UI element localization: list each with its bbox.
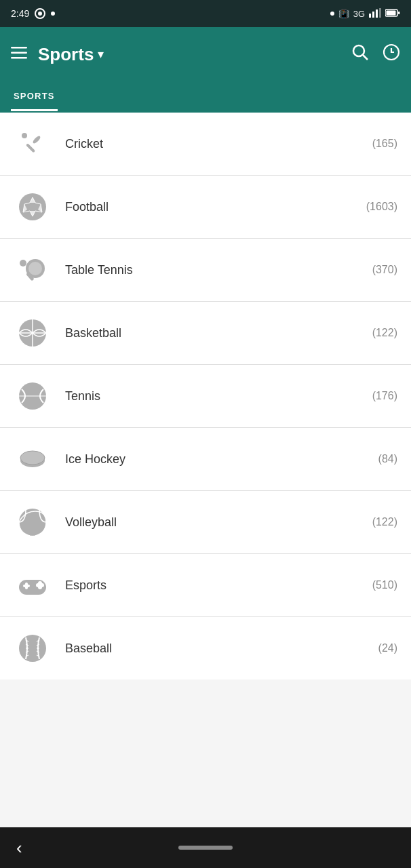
- ice-hockey-icon: [14, 440, 52, 478]
- svg-rect-0: [369, 14, 371, 18]
- history-icon[interactable]: [383, 43, 400, 65]
- tennis-icon: [14, 377, 52, 415]
- list-item[interactable]: Volleyball (122): [0, 491, 411, 554]
- sport-count: (84): [378, 453, 397, 465]
- svg-rect-6: [398, 12, 400, 14]
- list-item[interactable]: Esports (510): [0, 554, 411, 617]
- sport-name: Esports: [65, 578, 372, 593]
- record-icon: [35, 8, 45, 19]
- table-tennis-icon: [14, 251, 52, 289]
- svg-rect-1: [372, 12, 374, 18]
- sport-count: (122): [372, 327, 397, 339]
- sport-name: Cricket: [65, 137, 372, 151]
- bottom-nav-bar: ‹: [0, 827, 411, 868]
- back-button[interactable]: ‹: [16, 837, 22, 859]
- volleyball-icon: [14, 503, 52, 541]
- svg-point-32: [28, 262, 42, 275]
- battery-icon: [385, 9, 400, 19]
- sport-count: (165): [372, 138, 397, 150]
- svg-rect-14: [26, 143, 35, 153]
- svg-rect-5: [387, 10, 396, 15]
- list-item[interactable]: Table Tennis (370): [0, 239, 411, 302]
- list-item[interactable]: Baseball (24): [0, 617, 411, 679]
- svg-point-13: [32, 135, 41, 144]
- football-icon: [14, 188, 52, 226]
- sport-name: Tennis: [65, 389, 372, 403]
- sport-count: (24): [378, 642, 397, 654]
- status-bar: 2:49 📳 3G: [0, 0, 411, 27]
- network-dot: [330, 12, 334, 16]
- svg-rect-9: [11, 57, 27, 59]
- list-item[interactable]: Basketball (122): [0, 302, 411, 365]
- svg-rect-8: [11, 52, 27, 54]
- svg-point-15: [22, 133, 27, 138]
- sport-name: Volleyball: [65, 515, 372, 530]
- network-label: 3G: [353, 9, 365, 19]
- sport-count: (1603): [366, 201, 397, 213]
- title-dropdown[interactable]: Sports ▾: [38, 44, 104, 65]
- svg-point-50: [38, 585, 42, 589]
- svg-rect-46: [25, 583, 28, 589]
- sport-count: (370): [372, 264, 397, 276]
- svg-rect-7: [11, 47, 27, 49]
- tab-bar: SPORTS: [0, 81, 411, 113]
- hamburger-menu-icon[interactable]: [11, 45, 27, 63]
- svg-line-11: [363, 55, 368, 60]
- app-title: Sports: [38, 44, 94, 65]
- sport-name: Baseball: [65, 642, 378, 656]
- esports-icon: [14, 566, 52, 604]
- notification-dot: [51, 12, 55, 16]
- basketball-icon: [14, 314, 52, 352]
- svg-point-10: [353, 45, 364, 56]
- list-item[interactable]: Ice Hockey (84): [0, 428, 411, 491]
- list-item[interactable]: Cricket (165): [0, 113, 411, 176]
- svg-point-49: [38, 581, 42, 585]
- status-time: 2:49: [11, 8, 29, 19]
- svg-rect-3: [379, 8, 381, 18]
- tab-sports[interactable]: SPORTS: [11, 81, 58, 111]
- dropdown-arrow-icon: ▾: [98, 47, 104, 62]
- vibrate-icon: 📳: [338, 9, 349, 19]
- sports-list: Cricket (165) Football: [0, 113, 411, 679]
- list-item[interactable]: Football (1603): [0, 176, 411, 239]
- cricket-icon: [14, 125, 52, 163]
- search-icon[interactable]: [351, 43, 369, 65]
- sport-count: (122): [372, 516, 397, 528]
- list-item[interactable]: Tennis (176): [0, 365, 411, 428]
- signal-bars-icon: [369, 8, 381, 20]
- sport-name: Basketball: [65, 326, 372, 340]
- sport-name: Ice Hockey: [65, 452, 378, 467]
- home-indicator: [178, 846, 233, 850]
- sport-name: Football: [65, 200, 366, 214]
- sport-name: Table Tennis: [65, 263, 372, 277]
- sport-count: (510): [372, 579, 397, 591]
- sport-count: (176): [372, 390, 397, 402]
- svg-rect-2: [376, 9, 378, 18]
- baseball-icon: [14, 629, 52, 667]
- svg-point-34: [20, 260, 26, 267]
- svg-point-51: [19, 635, 46, 662]
- app-bar: Sports ▾: [0, 27, 411, 81]
